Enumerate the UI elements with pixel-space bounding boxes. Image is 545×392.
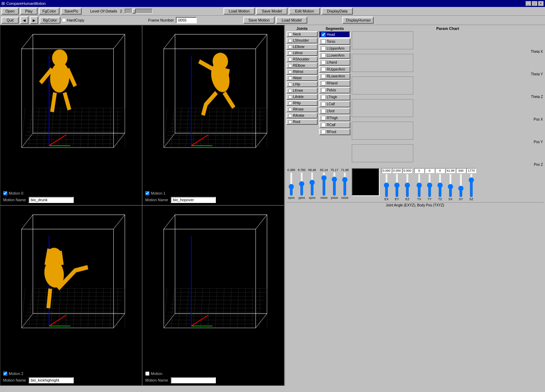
joint-lankle[interactable]: LAnkle	[286, 94, 318, 100]
joint-root[interactable]: Root	[286, 119, 318, 125]
joint-waist[interactable]: Waist	[286, 75, 318, 81]
viewport-0-checkbox[interactable]	[3, 191, 7, 195]
load-motion-button[interactable]: Load Motion	[223, 8, 255, 15]
zsize-slider[interactable]	[341, 172, 348, 196]
open-button[interactable]: Open	[1, 8, 19, 15]
tx-slider[interactable]	[416, 173, 423, 197]
sz-input[interactable]	[466, 168, 476, 173]
tx-input[interactable]	[414, 168, 424, 173]
ty-slider[interactable]	[426, 173, 433, 197]
ex-input[interactable]	[382, 168, 391, 173]
ex-slider[interactable]	[383, 173, 390, 197]
segments-section: Segments Head Torso LUpperArm LLowerArm …	[319, 26, 350, 167]
segment-lhand[interactable]: LHand	[319, 59, 350, 66]
joint-rshoulder[interactable]: RShoulder	[286, 56, 318, 62]
segment-rfoot[interactable]: RFoot	[319, 129, 350, 135]
ey-input[interactable]	[392, 168, 402, 173]
joint-relbow[interactable]: RElbow	[286, 63, 318, 68]
xsize-value: 82.14	[319, 168, 329, 172]
display-human-button[interactable]: DisplayHuman	[342, 17, 374, 24]
sz-label: SZ	[466, 197, 476, 201]
segment-rhand[interactable]: RHand	[319, 80, 350, 87]
maximize-button[interactable]: □	[532, 1, 537, 6]
tz-slider[interactable]	[437, 173, 444, 197]
xsize-label: xsize	[319, 196, 329, 199]
zsize-value: 71.98	[340, 168, 350, 172]
segment-lthigh[interactable]: LThigh	[319, 94, 350, 100]
viewport-1-checkbox[interactable]	[145, 191, 149, 195]
sx-slider[interactable]	[447, 173, 454, 197]
joint-lwrist[interactable]: LWrist	[286, 50, 318, 56]
viewport-2-name-input[interactable]	[29, 377, 74, 383]
play-button[interactable]: Play	[20, 8, 38, 15]
theta-y-chart-row: Theta Y	[352, 54, 544, 76]
segment-rthigh[interactable]: RThigh	[319, 115, 350, 121]
level-value: 2	[120, 9, 122, 13]
load-model-button[interactable]: Load Model	[276, 17, 307, 24]
ysize-slider[interactable]	[331, 172, 338, 196]
segment-llowerarm[interactable]: LLowerArm	[319, 52, 350, 59]
joint-lelbow[interactable]: LElbow	[286, 44, 318, 50]
viewport-0-label: Motion 0	[3, 191, 23, 195]
save-model-button[interactable]: Save Model	[256, 8, 287, 15]
display-data-button[interactable]: DisplayData	[322, 8, 353, 15]
segment-pelvis[interactable]: Pelvis	[319, 87, 350, 93]
viewport-0-name-input[interactable]	[29, 197, 74, 203]
segment-rupperarm[interactable]: RUpperArm	[319, 66, 350, 73]
fg-color-button[interactable]: FgColor	[39, 8, 59, 15]
segment-torso[interactable]: Torso	[319, 38, 350, 45]
joint-rknee[interactable]: RKnee	[286, 106, 318, 112]
prev-button[interactable]: ◀	[20, 16, 29, 24]
viewport-1-name-input[interactable]	[171, 197, 216, 203]
hardcopy-checkbox-label[interactable]: HardCopy	[62, 18, 84, 22]
segment-rcalf[interactable]: RCalf	[319, 122, 350, 128]
ez-slider[interactable]	[404, 173, 411, 197]
joint-rhip[interactable]: RHip	[286, 100, 318, 106]
xsize-slider[interactable]	[320, 172, 327, 196]
joint-lshoulder[interactable]: LShoulder	[286, 38, 318, 43]
joint-lhip[interactable]: LHip	[286, 81, 318, 87]
joint-lknee[interactable]: LKnee	[286, 88, 318, 93]
segment-rlowerarm[interactable]: RLowerArm	[319, 73, 350, 80]
segment-head[interactable]: Head	[319, 31, 350, 38]
sx-input[interactable]	[446, 168, 455, 173]
tz-input[interactable]	[435, 168, 445, 173]
viewport-2-checkbox[interactable]	[3, 371, 7, 376]
joint-neck[interactable]: Neck	[286, 31, 318, 37]
joint-rankle[interactable]: RAnkle	[286, 113, 318, 119]
right-top-area: Joints Neck LShoulder LElbow LWrist RSho…	[286, 26, 544, 167]
hardcopy-checkbox[interactable]	[62, 18, 66, 22]
close-button[interactable]: ✕	[538, 1, 544, 6]
frame-number-input[interactable]	[176, 17, 197, 23]
ypos-slider[interactable]	[298, 172, 305, 196]
segment-lfoot[interactable]: Lfoot	[319, 108, 350, 114]
quit-button[interactable]: Quit	[1, 17, 19, 24]
level-slider[interactable]	[125, 9, 153, 14]
sy-input[interactable]	[456, 168, 466, 173]
xpos-slider[interactable]	[288, 172, 295, 196]
joint-rwrist[interactable]: RWrist	[286, 69, 318, 75]
ey-slider[interactable]	[393, 173, 400, 197]
viewport-3-checkbox[interactable]	[145, 371, 149, 376]
save-pic-button[interactable]: SavePic	[61, 8, 82, 15]
tz-slider-container: TZ	[435, 173, 445, 201]
save-motion-button[interactable]: Save Motion	[243, 17, 275, 24]
viewport-3-name-input[interactable]	[171, 377, 216, 383]
segment-lcalf[interactable]: LCalf	[319, 101, 350, 107]
segment-lupperarm[interactable]: LUpperArm	[319, 45, 350, 52]
edit-motion-button[interactable]: Edit Motion	[289, 8, 320, 15]
zpos-slider[interactable]	[309, 172, 316, 196]
next-button[interactable]: ▶	[30, 16, 38, 24]
xsize-slider-container: 82.14 xsize	[319, 168, 329, 199]
pos-z-chart	[352, 144, 413, 162]
sy-slider[interactable]	[457, 173, 464, 197]
ez-input[interactable]	[402, 168, 412, 173]
joints-list: Neck LShoulder LElbow LWrist RShoulder R…	[286, 31, 318, 125]
ypos-slider-container: 9.782 ypos	[297, 168, 307, 199]
sz-slider[interactable]	[468, 173, 475, 197]
minimize-button[interactable]: _	[526, 1, 531, 6]
ty-input[interactable]	[425, 168, 434, 173]
ty-slider-container: TY	[425, 173, 434, 201]
toolbar-row1: Open Play FgColor SavePic Level Of Detai…	[0, 7, 545, 16]
bg-color-button[interactable]: BgColor	[40, 17, 60, 24]
